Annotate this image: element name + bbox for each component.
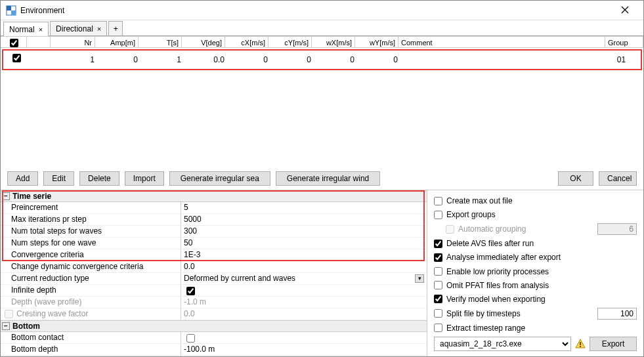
cell-nr[interactable]: 1 <box>53 51 98 69</box>
pg-group-time-serie[interactable]: − Time serie <box>1 190 427 202</box>
col-header-v[interactable]: V[deg] <box>182 37 225 47</box>
ok-button[interactable]: OK <box>558 171 593 186</box>
opt-label: Enable low priority processes <box>446 267 637 276</box>
bottom-contact-checkbox[interactable] <box>186 334 195 343</box>
toolbar: Add Edit Delete Import Generate irregula… <box>1 167 643 190</box>
collapse-icon[interactable]: − <box>2 192 10 200</box>
checkbox[interactable] <box>434 267 442 276</box>
opt-omit-pfat[interactable]: Omit PFAT files from analysis <box>434 280 637 291</box>
plus-icon: + <box>114 24 118 33</box>
opt-export-groups[interactable]: Export groups <box>434 209 637 220</box>
executable-select[interactable]: aquasim_2_18_rc3.exe <box>434 337 571 351</box>
pg-row-preincrement[interactable]: Preincrement 5 <box>1 202 427 214</box>
pg-value[interactable] <box>181 332 427 343</box>
opt-verify-model[interactable]: Verify model when exporting <box>434 294 637 304</box>
cell-comment[interactable] <box>401 51 603 69</box>
tab-normal[interactable]: Normal × <box>3 22 49 36</box>
pg-row-inf-depth[interactable]: Infinite depth <box>1 285 427 297</box>
collapse-icon[interactable]: − <box>2 322 10 330</box>
cell-wy[interactable]: 0 <box>358 51 401 69</box>
checkbox[interactable] <box>434 253 442 262</box>
env-table: Nr Amp[m] T[s] V[deg] cX[m/s] cY[m/s] wX… <box>1 36 643 167</box>
tab-add[interactable]: + <box>108 21 123 35</box>
pg-value[interactable]: 300 <box>181 226 427 237</box>
pg-value[interactable]: -100.0 m <box>181 344 427 355</box>
split-file-field[interactable] <box>597 308 637 320</box>
edit-button[interactable]: Edit <box>43 171 74 186</box>
cell-cy[interactable]: 0 <box>271 51 314 69</box>
cell-t[interactable]: 1 <box>141 51 184 69</box>
opt-create-max-out[interactable]: Create max out file <box>434 196 637 206</box>
opt-analyse-immediately[interactable]: Analyse immediately after export <box>434 252 637 262</box>
pg-label: Bottom depth <box>1 344 181 355</box>
tab-close-icon[interactable]: × <box>97 25 101 33</box>
col-header-group[interactable]: Group <box>605 37 643 47</box>
pg-value[interactable]: 1E-3 <box>181 249 427 261</box>
col-header-wy[interactable]: wY[m/s] <box>355 37 398 47</box>
checkbox[interactable] <box>434 281 442 289</box>
gen-irregular-wind-button[interactable]: Generate irregular wind <box>276 171 380 186</box>
pg-row-steps-one-wave[interactable]: Num steps for one wave 50 <box>1 238 427 249</box>
opt-label: Verify model when exporting <box>446 295 637 304</box>
import-button[interactable]: Import <box>125 171 164 186</box>
select-all-checkbox[interactable] <box>10 39 18 47</box>
cancel-button[interactable]: Cancel <box>599 171 637 186</box>
checkbox[interactable] <box>434 324 442 332</box>
pg-value[interactable] <box>181 285 427 296</box>
export-button[interactable]: Export <box>590 337 637 351</box>
row-select-checkbox[interactable] <box>12 54 21 62</box>
tab-close-icon[interactable]: × <box>39 26 43 33</box>
table-header-row: Nr Amp[m] T[s] V[deg] cX[m/s] cY[m/s] wX… <box>1 36 643 48</box>
checkbox[interactable] <box>434 240 442 248</box>
pg-row-bottom-contact[interactable]: Bottom contact <box>1 332 427 344</box>
opt-delete-avs[interactable]: Delete AVS files after run <box>434 238 637 249</box>
pg-value[interactable] <box>181 356 427 356</box>
col-header-select-all[interactable] <box>1 37 27 47</box>
window-close-button[interactable] <box>612 1 638 20</box>
cell-amp[interactable]: 0 <box>98 51 141 69</box>
pg-row-bottom-depth[interactable]: Bottom depth -100.0 m <box>1 344 427 356</box>
opt-extract-range[interactable]: Extract timestep range <box>434 323 637 333</box>
col-header-t[interactable]: T[s] <box>139 37 182 47</box>
gen-irregular-sea-button[interactable]: Generate irregular sea <box>169 171 270 186</box>
col-header-comment[interactable]: Comment <box>398 37 605 47</box>
opt-label: Delete AVS files after run <box>446 239 637 248</box>
delete-button[interactable]: Delete <box>79 171 119 186</box>
pg-row-conv-criteria[interactable]: Convergence criteria 1E-3 <box>1 249 427 261</box>
pg-row-use-terrain[interactable]: Use terrain as bottom <box>1 356 427 356</box>
property-grid[interactable]: − Time serie Preincrement 5 Max iteratio… <box>1 190 427 356</box>
col-header-cx[interactable]: cX[m/s] <box>225 37 268 47</box>
col-header-amp[interactable]: Amp[m] <box>95 37 139 47</box>
cell-cx[interactable]: 0 <box>228 51 271 69</box>
pg-value[interactable]: 5 <box>181 202 427 213</box>
pg-row-change-dyn[interactable]: Change dynamic convergence criteria 0.0 <box>1 261 427 273</box>
pg-label: Infinite depth <box>1 285 181 296</box>
opt-low-priority[interactable]: Enable low priority processes <box>434 266 637 277</box>
col-header-nr[interactable]: Nr <box>51 37 95 47</box>
cell-group[interactable]: 01 <box>603 51 641 69</box>
pg-value[interactable]: 50 <box>181 238 427 249</box>
pg-value[interactable]: 0.0 <box>181 261 427 272</box>
checkbox[interactable] <box>434 211 442 219</box>
checkbox[interactable] <box>434 197 442 205</box>
col-header-cy[interactable]: cY[m/s] <box>268 37 312 47</box>
pg-group-bottom[interactable]: − Bottom <box>1 320 427 332</box>
opt-label: Split file by timesteps <box>446 309 593 318</box>
inf-depth-checkbox[interactable] <box>186 287 195 295</box>
pg-label: Cresting wave factor <box>1 308 181 320</box>
col-header-wx[interactable]: wX[m/s] <box>312 37 355 47</box>
opt-split-file[interactable]: Split file by timesteps <box>434 308 637 320</box>
cell-wx[interactable]: 0 <box>314 51 358 69</box>
pg-row-max-iter[interactable]: Max iterations pr step 5000 <box>1 214 427 226</box>
cell-v[interactable]: 0.0 <box>184 51 228 69</box>
checkbox[interactable] <box>434 295 442 303</box>
tab-directional[interactable]: Directional × <box>50 21 107 35</box>
table-row[interactable]: 1 0 1 0.0 0 0 0 0 01 <box>3 51 641 69</box>
pg-value[interactable]: Deformed by current and waves ▾ <box>181 273 427 284</box>
checkbox[interactable] <box>434 309 442 318</box>
add-button[interactable]: Add <box>7 171 38 186</box>
pg-value[interactable]: 5000 <box>181 214 427 225</box>
pg-row-total-steps[interactable]: Num total steps for waves 300 <box>1 226 427 238</box>
chevron-down-icon[interactable]: ▾ <box>415 274 424 283</box>
pg-row-current-red[interactable]: Current reduction type Deformed by curre… <box>1 273 427 285</box>
